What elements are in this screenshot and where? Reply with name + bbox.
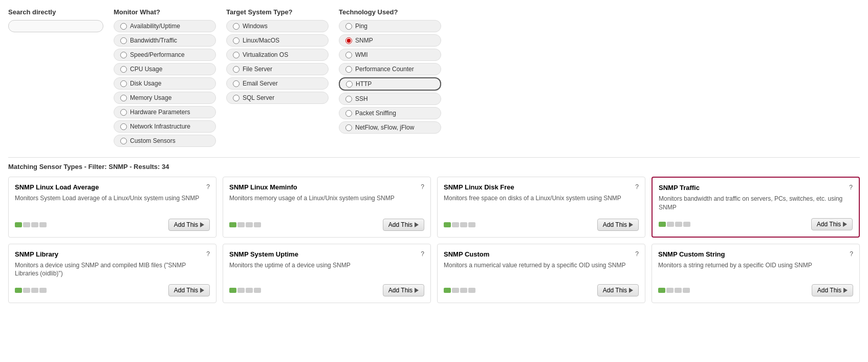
card-bar	[659, 222, 690, 227]
results-header: Matching Sensor Types - Filter: SNMP - R…	[8, 157, 860, 171]
card-title: SNMP Linux Meminfo	[229, 183, 297, 191]
play-icon	[415, 288, 419, 293]
monitor-what-item[interactable]: Memory Usage	[114, 92, 216, 104]
card-bar	[229, 222, 261, 227]
monitor-what-item[interactable]: Disk Usage	[114, 77, 216, 90]
technology-item[interactable]: Performance Counter	[339, 63, 441, 75]
target-system-group: WindowsLinux/MacOSVirtualization OSFile …	[226, 20, 329, 104]
add-this-button[interactable]: Add This	[597, 284, 639, 296]
sensor-card: SNMP Library ? Monitors a device using S…	[8, 244, 216, 304]
play-icon	[415, 222, 419, 227]
add-this-button[interactable]: Add This	[811, 218, 853, 230]
search-input[interactable]	[8, 20, 103, 32]
monitor-what-item[interactable]: Hardware Parameters	[114, 106, 216, 118]
card-description: Monitors a device using SNMP and compile…	[15, 261, 210, 279]
monitor-what-title: Monitor What?	[114, 8, 216, 16]
add-this-button[interactable]: Add This	[383, 219, 424, 231]
cards-grid: SNMP Linux Load Average ? Monitors Syste…	[8, 177, 860, 303]
card-help-icon[interactable]: ?	[421, 183, 424, 190]
sensor-card: SNMP Custom String ? Monitors a string r…	[652, 244, 860, 304]
card-title: SNMP Library	[15, 250, 58, 258]
monitor-what-item[interactable]: Availability/Uptime	[114, 20, 216, 32]
technology-item[interactable]: HTTP	[339, 77, 441, 91]
target-system-item[interactable]: File Server	[226, 63, 329, 75]
card-help-icon[interactable]: ?	[421, 250, 424, 258]
add-this-button[interactable]: Add This	[812, 284, 853, 296]
add-this-button[interactable]: Add This	[168, 284, 210, 296]
add-this-button[interactable]: Add This	[383, 284, 424, 296]
card-help-icon[interactable]: ?	[849, 184, 853, 191]
target-system-title: Target System Type?	[226, 8, 329, 16]
play-icon	[843, 288, 848, 293]
technology-item[interactable]: Ping	[339, 20, 441, 32]
technology-item[interactable]: Packet Sniffing	[339, 107, 441, 119]
sensor-card: SNMP Linux Disk Free ? Monitors free spa…	[437, 177, 645, 238]
monitor-what-group: Availability/UptimeBandwidth/TrafficSpee…	[114, 20, 216, 147]
search-section: Search directly 🔍	[8, 8, 103, 32]
card-description: Monitors bandwidth and traffic on server…	[659, 195, 853, 212]
card-help-icon[interactable]: ?	[850, 250, 853, 258]
search-title: Search directly	[8, 8, 103, 16]
target-system-item[interactable]: Virtualization OS	[226, 49, 329, 61]
add-this-button[interactable]: Add This	[168, 219, 210, 231]
card-title: SNMP Linux Disk Free	[444, 183, 514, 191]
card-title: SNMP Custom	[444, 250, 489, 258]
target-system-item[interactable]: Linux/MacOS	[226, 34, 329, 47]
card-description: Monitors the uptime of a device using SN…	[229, 261, 424, 270]
card-bar	[229, 288, 261, 293]
add-this-button[interactable]: Add This	[597, 219, 639, 231]
monitor-what-section: Monitor What? Availability/UptimeBandwid…	[114, 8, 216, 147]
technology-group: PingSNMPWMIPerformance CounterHTTPSSHPac…	[339, 20, 441, 134]
card-title: SNMP Traffic	[659, 184, 700, 191]
card-description: Monitors System Load average of a Linux/…	[15, 194, 210, 203]
target-system-item[interactable]: Email Server	[226, 77, 329, 90]
card-help-icon[interactable]: ?	[635, 250, 639, 258]
technology-section: Technology Used? PingSNMPWMIPerformance …	[339, 8, 441, 134]
technology-title: Technology Used?	[339, 8, 441, 16]
card-title: SNMP System Uptime	[229, 250, 298, 258]
play-icon	[200, 222, 204, 227]
play-icon	[629, 222, 633, 227]
card-help-icon[interactable]: ?	[635, 183, 639, 190]
play-icon	[843, 222, 847, 227]
play-icon	[629, 288, 633, 293]
sensor-card: SNMP System Uptime ? Monitors the uptime…	[223, 244, 431, 304]
sensor-card: SNMP Traffic ? Monitors bandwidth and tr…	[652, 177, 860, 238]
technology-item[interactable]: SNMP	[339, 34, 441, 47]
monitor-what-item[interactable]: CPU Usage	[114, 63, 216, 75]
technology-item[interactable]: NetFlow, sFlow, jFlow	[339, 121, 441, 134]
card-help-icon[interactable]: ?	[206, 183, 210, 190]
sensor-card: SNMP Linux Meminfo ? Monitors memory usa…	[223, 177, 431, 238]
monitor-what-item[interactable]: Network Infrastructure	[114, 120, 216, 133]
monitor-what-item[interactable]: Custom Sensors	[114, 135, 216, 147]
target-system-item[interactable]: SQL Server	[226, 92, 329, 104]
card-description: Monitors memory usage of a Linux/Unix sy…	[229, 194, 424, 203]
technology-item[interactable]: SSH	[339, 93, 441, 105]
card-bar	[15, 222, 47, 227]
card-description: Monitors a string returned by a specific…	[658, 261, 853, 270]
card-bar	[658, 288, 690, 293]
sensor-card: SNMP Custom ? Monitors a numerical value…	[437, 244, 645, 304]
card-title: SNMP Custom String	[658, 250, 725, 258]
card-description: Monitors free space on disks of a Linux/…	[444, 194, 639, 203]
monitor-what-item[interactable]: Bandwidth/Traffic	[114, 34, 216, 47]
card-bar	[444, 222, 475, 227]
card-description: Monitors a numerical value returned by a…	[444, 261, 639, 270]
card-title: SNMP Linux Load Average	[15, 183, 99, 191]
card-bar	[15, 288, 47, 293]
target-system-item[interactable]: Windows	[226, 20, 329, 32]
card-bar	[444, 288, 475, 293]
play-icon	[200, 288, 204, 293]
technology-item[interactable]: WMI	[339, 49, 441, 61]
monitor-what-item[interactable]: Speed/Performance	[114, 49, 216, 61]
target-system-section: Target System Type? WindowsLinux/MacOSVi…	[226, 8, 329, 104]
sensor-card: SNMP Linux Load Average ? Monitors Syste…	[8, 177, 216, 238]
card-help-icon[interactable]: ?	[206, 250, 210, 258]
